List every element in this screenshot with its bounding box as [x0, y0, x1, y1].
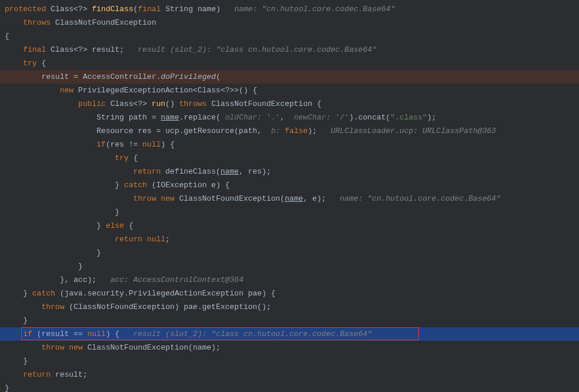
inline-debug-hint: name: "cn.hutool.core.codec.Base64"	[340, 194, 501, 203]
cond-close: ) {	[106, 330, 119, 338]
string-literal: ".class"	[390, 113, 427, 122]
keyword-return: return	[115, 235, 142, 244]
keyword-throw: throw	[41, 343, 64, 352]
keyword-catch: catch	[32, 289, 55, 298]
parens: ()	[165, 99, 175, 108]
param-type: String	[165, 5, 193, 14]
inline-debug-hint: result (slot_2): "class cn.hutool.core.c…	[133, 330, 372, 338]
keyword-try: try	[115, 154, 128, 162]
keyword-public: public	[78, 99, 106, 108]
param-name: name	[198, 5, 216, 14]
code-line: try {	[0, 57, 579, 70]
field-ref-name: name	[285, 194, 303, 203]
catch-clause: (java.security.PrivilegedActionException…	[55, 289, 275, 298]
code-line: }	[0, 246, 579, 260]
call-end: , res);	[239, 167, 271, 176]
brace: }	[96, 248, 101, 257]
field-ref-name: name	[161, 113, 179, 122]
method-run: run	[152, 99, 165, 108]
anon-close: }, acc);	[60, 275, 96, 284]
keyword-else: else	[106, 221, 124, 230]
keyword-new: new	[60, 86, 74, 95]
code-line-highlighted: if (result == null) { result (slot_2): "…	[0, 327, 579, 341]
code-line: try {	[0, 151, 579, 165]
catch-clause: (IOException e) {	[147, 181, 229, 190]
keyword-null: null	[87, 330, 105, 338]
result-decl: Class<?> result;	[51, 45, 124, 54]
code-line: } catch (java.security.PrivilegedActionE…	[0, 287, 579, 300]
brace: }	[115, 208, 119, 217]
code-line: }	[0, 260, 579, 273]
code-line: }	[0, 314, 579, 327]
throw-expr: ClassNotFoundException(	[175, 194, 285, 203]
code-line: } catch (IOException e) {	[0, 178, 579, 192]
stmt-end: );	[308, 127, 317, 135]
brace: }	[78, 262, 83, 271]
replace-call: .replace(	[179, 113, 220, 122]
return-type: Class<?>	[110, 99, 147, 108]
define-class-call: defineClass(	[161, 167, 220, 176]
char-literal: '.'	[267, 113, 280, 122]
brace: {	[129, 154, 138, 162]
char-literal: '/'	[335, 113, 349, 122]
code-line: final Class<?> result; result (slot_2): …	[0, 43, 579, 57]
keyword-protected: protected	[5, 5, 46, 14]
keyword-final: final	[23, 45, 46, 54]
param-hint-newchar: newChar:	[290, 113, 335, 122]
anon-class-decl: PrivilegedExceptionAction<Class<?>>() {	[74, 86, 257, 95]
inline-debug-hint: name: "cn.hutool.core.codec.Base64"	[234, 5, 395, 14]
keyword-throws: throws	[23, 18, 51, 27]
code-line: Resource res = ucp.getResource(path, b: …	[0, 124, 579, 138]
semi: ;	[165, 235, 170, 244]
brace: }	[23, 316, 28, 325]
code-editor[interactable]: protected Class<?> findClass(final Strin…	[0, 2, 579, 392]
code-line: protected Class<?> findClass(final Strin…	[0, 2, 579, 16]
code-line: }	[0, 205, 579, 219]
code-line: throws ClassNotFoundException	[0, 16, 579, 29]
inline-debug-hint: result (slot_2): "class cn.hutool.core.c…	[138, 45, 377, 54]
return-expr: result;	[51, 370, 87, 379]
code-line: String path = name.replace( oldChar: '.'…	[0, 111, 579, 124]
code-line: return defineClass(name, res);	[0, 165, 579, 178]
keyword-final: final	[138, 5, 161, 14]
keyword-if: if	[23, 330, 32, 338]
keyword-new: new	[161, 194, 174, 203]
code-line: {	[0, 29, 579, 43]
cond-expr: (res !=	[106, 140, 142, 149]
throw-expr: ClassNotFoundException(name);	[83, 343, 221, 352]
keyword-null: null	[147, 235, 165, 244]
brace: }	[23, 357, 28, 366]
keyword-throw: throw	[133, 194, 156, 203]
code-line: new PrivilegedExceptionAction<Class<?>>(…	[0, 84, 579, 97]
string-decl: String path =	[96, 113, 161, 122]
throw-expr: (ClassNotFoundException) pae.getExceptio…	[64, 303, 271, 311]
type: Class<?>	[51, 5, 87, 14]
code-line: throw (ClassNotFoundException) pae.getEx…	[0, 300, 579, 314]
assign-expr: result = AccessController.	[41, 72, 161, 81]
brace: }	[5, 384, 9, 392]
code-line: return null;	[0, 232, 579, 246]
code-line: }	[0, 354, 579, 368]
keyword-new: new	[69, 343, 82, 352]
bool-literal: false	[285, 127, 308, 135]
code-line: if(res != null) {	[0, 138, 579, 151]
open-paren: (	[216, 72, 221, 81]
code-line: }, acc); acc: AccessControlContext@364	[0, 273, 579, 287]
method-name: findClass	[92, 5, 133, 14]
param-hint-oldchar: oldChar:	[221, 113, 267, 122]
keyword-if: if	[96, 140, 106, 149]
cond-expr: (result ==	[32, 330, 88, 338]
code-line: throw new ClassNotFoundException(name);	[0, 341, 579, 354]
stmt-end: );	[427, 113, 437, 122]
resource-decl: Resource res = ucp.getResource(path,	[96, 127, 267, 135]
code-line: }	[0, 381, 579, 392]
inline-debug-hint: URLClassLoader.ucp: URLClassPath@363	[331, 127, 496, 135]
code-line-error-bg: result = AccessController.doPrivileged(	[0, 70, 579, 84]
inline-debug-hint: acc: AccessControlContext@364	[110, 275, 243, 284]
code-line: throw new ClassNotFoundException(name, e…	[0, 192, 579, 205]
field-ref-name: name	[221, 167, 239, 176]
keyword-throws: throws	[179, 99, 207, 108]
code-line: return result;	[0, 368, 579, 381]
concat-call: ).concat(	[349, 113, 390, 122]
keyword-return: return	[133, 167, 161, 176]
